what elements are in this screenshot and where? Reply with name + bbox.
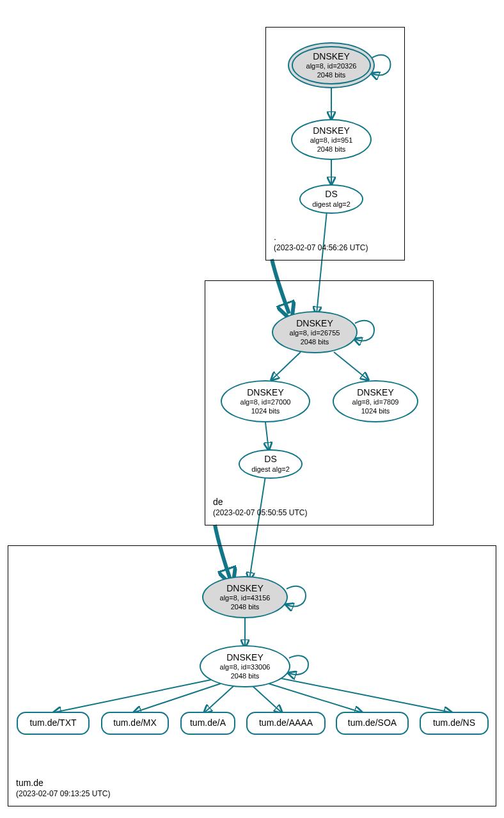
rr-a: tum.de/A [180,712,235,735]
zone-de-timestamp: (2023-02-07 05:50:55 UTC) [213,508,307,517]
node-de-zsk1: DNSKEY alg=8, id=27000 1024 bits [221,380,310,422]
node-tum-zsk-title: DNSKEY [226,652,264,664]
node-tum-zsk-line1: alg=8, id=33006 [220,663,271,672]
dnssec-chain-diagram: . (2023-02-07 04:56:26 UTC) de (2023-02-… [0,0,504,818]
node-de-zsk2-title: DNSKEY [357,387,394,399]
node-de-ksk-line2: 2048 bits [301,338,329,347]
zone-tum-label: tum.de (2023-02-07 09:13:25 UTC) [16,778,110,798]
node-root-zsk: DNSKEY alg=8, id=951 2048 bits [291,119,372,160]
node-tum-zsk-line2: 2048 bits [231,672,260,681]
node-de-zsk2-line1: alg=8, id=7809 [352,398,399,407]
rr-txt: tum.de/TXT [17,712,90,735]
node-root-zsk-line1: alg=8, id=951 [310,136,353,145]
node-de-zsk1-line1: alg=8, id=27000 [240,398,291,407]
zone-root-label: . (2023-02-07 04:56:26 UTC) [274,232,368,252]
node-root-ksk-line2: 2048 bits [317,71,346,80]
node-de-zsk1-title: DNSKEY [247,387,284,399]
zone-de-name: de [213,497,307,507]
node-root-ksk-line1: alg=8, id=20326 [306,62,357,71]
node-root-zsk-title: DNSKEY [313,125,350,137]
node-root-ds-line1: digest alg=2 [312,200,350,209]
node-tum-ksk-line1: alg=8, id=43156 [220,594,271,603]
node-root-zsk-line2: 2048 bits [317,145,346,154]
rr-aaaa-label: tum.de/AAAA [259,718,313,729]
zone-tum-name: tum.de [16,778,110,788]
node-de-ksk: DNSKEY alg=8, id=26755 2048 bits [272,311,358,353]
node-root-ksk: DNSKEY alg=8, id=20326 2048 bits [288,42,375,88]
rr-aaaa: tum.de/AAAA [246,712,326,735]
node-de-zsk2-line2: 1024 bits [361,407,390,416]
rr-mx-label: tum.de/MX [113,718,157,729]
zone-tum-timestamp: (2023-02-07 09:13:25 UTC) [16,789,110,798]
node-tum-ksk: DNSKEY alg=8, id=43156 2048 bits [202,576,288,618]
rr-soa-label: tum.de/SOA [348,718,397,729]
node-de-ds-title: DS [264,454,276,465]
rr-ns: tum.de/NS [420,712,489,735]
node-tum-zsk: DNSKEY alg=8, id=33006 2048 bits [200,645,290,687]
node-tum-ksk-line2: 2048 bits [231,603,260,612]
node-de-ds-line1: digest alg=2 [251,465,290,474]
rr-ns-label: tum.de/NS [433,718,475,729]
node-de-zsk1-line2: 1024 bits [251,407,280,416]
rr-mx: tum.de/MX [101,712,169,735]
node-root-ds: DS digest alg=2 [299,184,363,214]
node-root-ds-title: DS [325,189,337,200]
zone-root-timestamp: (2023-02-07 04:56:26 UTC) [274,243,368,252]
node-root-ksk-title: DNSKEY [313,51,350,63]
node-de-ds: DS digest alg=2 [239,449,303,479]
rr-a-label: tum.de/A [190,718,226,729]
rr-txt-label: tum.de/TXT [29,718,76,729]
zone-de-label: de (2023-02-07 05:50:55 UTC) [213,497,307,517]
zone-root-name: . [274,232,368,242]
node-tum-ksk-title: DNSKEY [226,583,264,595]
node-de-zsk2: DNSKEY alg=8, id=7809 1024 bits [333,380,418,422]
node-de-ksk-title: DNSKEY [296,318,333,330]
rr-soa: tum.de/SOA [336,712,409,735]
node-de-ksk-line1: alg=8, id=26755 [290,329,340,338]
